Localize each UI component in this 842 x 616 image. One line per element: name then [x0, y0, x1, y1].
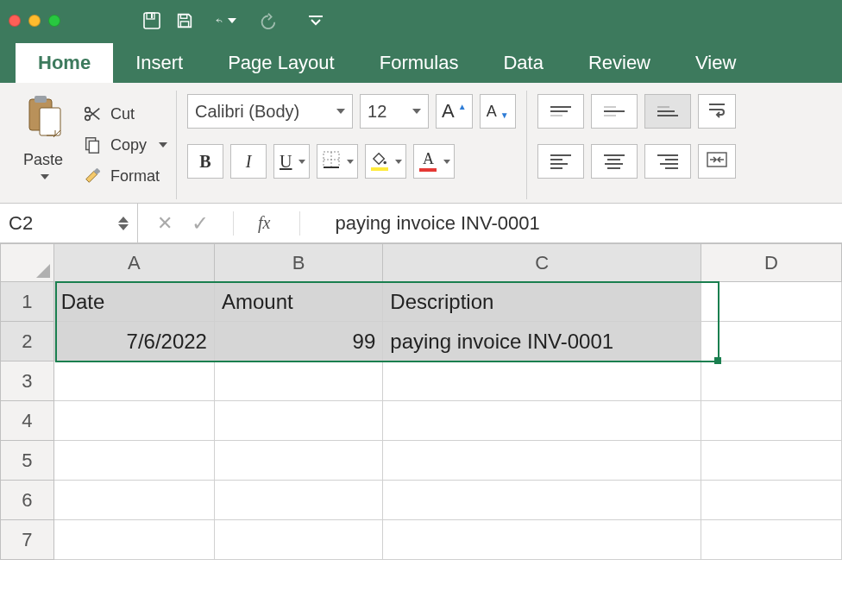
align-middle-icon	[604, 106, 625, 116]
svg-point-18	[384, 161, 387, 165]
cell-C5[interactable]	[383, 441, 701, 481]
row-header-6[interactable]: 6	[1, 481, 54, 520]
cell-A7[interactable]	[53, 520, 214, 560]
align-top-button[interactable]	[537, 94, 584, 129]
align-right-icon	[657, 154, 678, 169]
bold-button[interactable]: B	[187, 144, 223, 179]
paste-dropdown-icon[interactable]	[41, 174, 49, 179]
decrease-font-button[interactable]: A▼	[480, 94, 516, 129]
copy-label: Copy	[110, 136, 147, 154]
fill-color-button[interactable]	[365, 144, 406, 179]
tab-insert[interactable]: Insert	[113, 43, 205, 83]
cell-D2[interactable]	[701, 322, 842, 361]
cell-C4[interactable]	[383, 401, 701, 441]
cell-B5[interactable]	[214, 441, 382, 481]
window-close-button[interactable]	[9, 15, 21, 27]
cut-button[interactable]: Cut	[83, 104, 167, 123]
window-minimize-button[interactable]	[28, 15, 41, 27]
cell-A3[interactable]	[53, 361, 214, 401]
tab-data[interactable]: Data	[481, 43, 565, 83]
redo-icon[interactable]	[257, 10, 278, 31]
format-painter-button[interactable]: Format	[83, 167, 167, 185]
align-left-icon	[550, 154, 571, 169]
cell-A1[interactable]: Date	[53, 282, 214, 322]
cell-C3[interactable]	[383, 361, 701, 401]
cell-D4[interactable]	[701, 401, 842, 441]
cell-A2[interactable]: 7/6/2022	[53, 322, 214, 361]
format-label: Format	[110, 167, 160, 185]
window-maximize-button[interactable]	[48, 15, 60, 27]
row-header-5[interactable]: 5	[1, 441, 54, 481]
tab-review[interactable]: Review	[566, 43, 673, 83]
borders-button[interactable]	[317, 144, 358, 179]
font-color-button[interactable]: A	[413, 144, 455, 179]
cell-C2[interactable]: paying invoice INV-0001	[383, 322, 701, 361]
font-name-combo[interactable]: Calibri (Body)	[187, 94, 353, 129]
cell-B1[interactable]: Amount	[214, 282, 382, 322]
cell-B4[interactable]	[214, 401, 382, 441]
cell-C1[interactable]: Description	[383, 282, 701, 322]
align-bottom-button[interactable]	[644, 94, 691, 129]
wrap-text-button[interactable]	[698, 94, 736, 129]
col-header-A[interactable]: A	[53, 244, 214, 282]
svg-rect-7	[35, 96, 47, 103]
row-header-1[interactable]: 1	[1, 282, 54, 322]
name-box[interactable]: C2	[0, 204, 138, 242]
cancel-edit-icon[interactable]: ✕	[157, 212, 173, 235]
fx-icon[interactable]: fx	[258, 213, 270, 233]
align-center-button[interactable]	[591, 144, 638, 179]
tab-formulas[interactable]: Formulas	[357, 43, 481, 83]
confirm-edit-icon[interactable]: ✓	[192, 211, 209, 236]
cell-A4[interactable]	[53, 401, 214, 441]
formula-input[interactable]: paying invoice INV-0001	[324, 212, 842, 235]
select-all-corner[interactable]	[1, 244, 54, 282]
row-header-4[interactable]: 4	[1, 401, 54, 441]
row-header-3[interactable]: 3	[1, 361, 54, 401]
qat-customize-icon[interactable]	[305, 10, 326, 31]
tab-page-layout[interactable]: Page Layout	[205, 43, 357, 83]
col-header-D[interactable]: D	[701, 244, 842, 282]
increase-font-button[interactable]: A▲	[436, 94, 473, 129]
name-box-spinner[interactable]	[118, 217, 129, 230]
row-header-7[interactable]: 7	[1, 520, 54, 560]
merge-button[interactable]	[698, 144, 736, 179]
row-header-2[interactable]: 2	[1, 322, 54, 361]
cell-D3[interactable]	[701, 361, 842, 401]
autosave-icon[interactable]	[141, 10, 162, 31]
tab-view[interactable]: View	[673, 43, 758, 83]
svg-rect-12	[89, 141, 98, 153]
cell-B7[interactable]	[214, 520, 382, 560]
scissors-icon	[83, 104, 102, 123]
undo-icon[interactable]	[216, 10, 236, 31]
cell-C7[interactable]	[383, 520, 701, 560]
cell-D6[interactable]	[701, 481, 842, 520]
cell-A5[interactable]	[53, 441, 214, 481]
titlebar	[0, 0, 842, 41]
wrap-text-icon	[707, 101, 726, 122]
cell-B2[interactable]: 99	[214, 322, 382, 361]
align-middle-button[interactable]	[591, 94, 638, 129]
cell-A6[interactable]	[53, 481, 214, 520]
font-size-value: 12	[368, 102, 386, 122]
spreadsheet-grid[interactable]: A B C D 1 Date Amount Description 2 7/6/…	[0, 243, 842, 560]
font-size-combo[interactable]: 12	[360, 94, 429, 129]
save-icon[interactable]	[174, 10, 195, 31]
cell-C6[interactable]	[383, 481, 701, 520]
cell-D5[interactable]	[701, 441, 842, 481]
cell-B6[interactable]	[214, 481, 382, 520]
align-right-button[interactable]	[644, 144, 691, 179]
copy-button[interactable]: Copy	[83, 135, 167, 154]
col-header-B[interactable]: B	[214, 244, 382, 282]
paste-button[interactable]: Paste	[17, 91, 76, 199]
cell-D1[interactable]	[701, 282, 842, 322]
italic-button[interactable]: I	[230, 144, 267, 179]
underline-button[interactable]: U	[273, 144, 310, 179]
align-top-icon	[550, 106, 571, 116]
col-header-C[interactable]: C	[383, 244, 701, 282]
cell-B3[interactable]	[214, 361, 382, 401]
copy-dropdown-icon[interactable]	[159, 142, 167, 148]
cell-D7[interactable]	[701, 520, 842, 560]
tab-home[interactable]: Home	[16, 43, 113, 83]
align-left-button[interactable]	[537, 144, 584, 179]
formula-bar: C2 ✕ ✓ fx paying invoice INV-0001	[0, 204, 842, 243]
